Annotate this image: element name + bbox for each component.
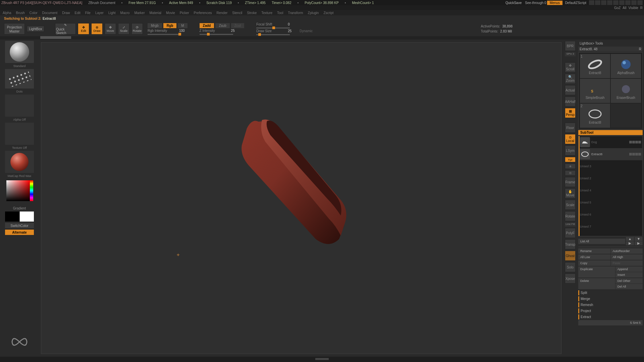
delall-button[interactable]: Del All: [615, 284, 643, 289]
grid2-icon[interactable]: [601, 0, 606, 5]
local-button[interactable]: ⊙Local: [565, 134, 576, 144]
close-icon[interactable]: [637, 0, 643, 5]
tool-thumb[interactable]: 2 Extract8: [580, 104, 610, 128]
rename-button[interactable]: Rename: [578, 248, 610, 254]
duplicate-button[interactable]: Duplicate: [578, 266, 615, 278]
append-button[interactable]: Append: [615, 266, 643, 272]
menu-zplugin[interactable]: Zplugin: [308, 11, 319, 15]
scroll-button[interactable]: ✥Scroll: [565, 62, 576, 72]
tool-thumb[interactable]: 1 Extract8: [580, 54, 610, 78]
actual-button[interactable]: Actual: [565, 85, 576, 95]
nav-scale-button[interactable]: Scale: [565, 200, 576, 210]
project-section[interactable]: Project: [578, 308, 643, 313]
alternate-button[interactable]: Alternate: [5, 230, 34, 235]
maximize-icon[interactable]: [631, 0, 637, 5]
defaultzscript-button[interactable]: DefaultZScript: [563, 1, 588, 5]
scrollbar-indicator[interactable]: [579, 136, 580, 236]
goz-button[interactable]: GoZ: [614, 6, 621, 10]
lsym-button[interactable]: LSym: [565, 145, 576, 156]
pin-icon[interactable]: [625, 0, 631, 5]
menu-material[interactable]: Material: [150, 11, 162, 15]
subtool-item[interactable]: Dog: [579, 136, 642, 148]
move-out-button[interactable]: ▶: [626, 241, 634, 245]
bottom-bar[interactable]: [0, 357, 644, 362]
rotate-button[interactable]: ⟳ Rotate: [131, 23, 143, 35]
transp-button[interactable]: Transp: [565, 239, 576, 249]
split-section[interactable]: Split: [578, 290, 643, 295]
nav-move-button[interactable]: ✋Move: [565, 188, 576, 198]
nav-rotate-button[interactable]: Rotate: [565, 211, 576, 221]
texture-swatch[interactable]: [5, 123, 34, 145]
zoom-button[interactable]: 🔍Zoom: [565, 74, 576, 84]
grid-icon[interactable]: [595, 0, 600, 5]
lightbox-tools-label[interactable]: Lightbox> Tools: [578, 41, 643, 46]
m-button[interactable]: M: [178, 23, 187, 28]
goz-all-button[interactable]: All: [623, 6, 626, 10]
insert-button[interactable]: Insert: [615, 272, 643, 278]
menu-picker[interactable]: Picker: [180, 11, 189, 15]
menu-stencil[interactable]: Stencil: [232, 11, 242, 15]
material-swatch[interactable]: [5, 151, 34, 173]
projection-master-button[interactable]: Projection Master: [4, 23, 25, 35]
draw-size-slider[interactable]: [256, 34, 290, 35]
bpr-button[interactable]: BPR: [565, 41, 576, 51]
menus-button[interactable]: Menus: [547, 1, 562, 5]
persp-button[interactable]: ▦Persp: [565, 108, 576, 118]
menu-macro[interactable]: Macro: [120, 11, 130, 15]
z-intensity-slider[interactable]: [200, 34, 233, 35]
menu-layer[interactable]: Layer: [95, 11, 104, 15]
secondary-color[interactable]: [5, 212, 19, 222]
brush-swatch[interactable]: [5, 41, 34, 63]
seethrough-slider[interactable]: See-through 0: [525, 1, 546, 5]
copy-button[interactable]: Copy: [578, 260, 610, 266]
lightbox-button[interactable]: LightBox: [27, 26, 44, 32]
menu-tool[interactable]: Tool: [277, 11, 283, 15]
minimize-icon[interactable]: [619, 0, 625, 5]
subtool-item[interactable]: Unsed 7: [579, 221, 642, 233]
menu-marker[interactable]: Marker: [134, 11, 145, 15]
move-in-button[interactable]: ▶: [635, 241, 643, 245]
menu-alpha[interactable]: Alpha: [3, 11, 11, 15]
menu-stroke[interactable]: Stroke: [247, 11, 257, 15]
subtool-item[interactable]: Extract8: [579, 148, 642, 160]
lock-icon[interactable]: [613, 0, 619, 5]
menu-light[interactable]: Light: [108, 11, 116, 15]
tool-thumb[interactable]: S SimpleBrush: [580, 79, 610, 103]
delother-button[interactable]: Del Other: [615, 278, 643, 284]
xyz-button[interactable]: Xyz: [565, 157, 576, 162]
rgb-button[interactable]: Rgb: [163, 23, 176, 28]
delete-button[interactable]: Delete: [578, 278, 615, 289]
move-button[interactable]: ✥ Move: [105, 23, 116, 35]
menu-texture[interactable]: Texture: [261, 11, 272, 15]
menu-color[interactable]: Color: [30, 11, 38, 15]
rgb-intensity-slider[interactable]: [148, 34, 181, 35]
focal-shift-slider[interactable]: [256, 27, 290, 28]
edit-button[interactable]: ✥ Edit: [78, 23, 89, 35]
subtool-item[interactable]: Unsed 3: [579, 160, 642, 172]
center-button[interactable]: ⊕: [565, 164, 576, 169]
menu-render[interactable]: Render: [217, 11, 228, 15]
zsub-button[interactable]: Zsub: [215, 23, 229, 28]
xpose-button[interactable]: Xpose: [565, 274, 576, 284]
subtool-vis-icons[interactable]: [629, 153, 641, 156]
switchcolor-button[interactable]: SwitchColor: [5, 223, 34, 228]
subtool-vis-icons[interactable]: [629, 141, 641, 143]
menu-movie[interactable]: Movie: [166, 11, 175, 15]
tool-thumb[interactable]: EraserBrush: [611, 79, 641, 103]
tool-thumb[interactable]: AlphaBrush: [611, 54, 641, 78]
ghost-button[interactable]: Ghost: [565, 251, 576, 261]
gradient-toggle[interactable]: Gradient: [13, 206, 26, 210]
quicksave-button[interactable]: QuickSave: [503, 1, 524, 5]
draw-button[interactable]: ⊕ Draw: [91, 23, 103, 35]
move-up-button[interactable]: ▲: [626, 237, 634, 241]
r-button[interactable]: R: [639, 47, 641, 51]
floor-button[interactable]: Floor: [565, 123, 576, 133]
menu-draw[interactable]: Draw: [62, 11, 70, 15]
extract-section[interactable]: Extract: [578, 314, 643, 319]
goz-visible-button[interactable]: Visible: [628, 6, 638, 10]
home-icon[interactable]: [589, 0, 594, 5]
subtool-header[interactable]: SubTool: [578, 130, 643, 135]
subtool-item[interactable]: Unsed 4: [579, 184, 642, 196]
subtool-item[interactable]: Unsed 6: [579, 208, 642, 221]
subtool-item[interactable]: Unsed 5: [579, 196, 642, 208]
